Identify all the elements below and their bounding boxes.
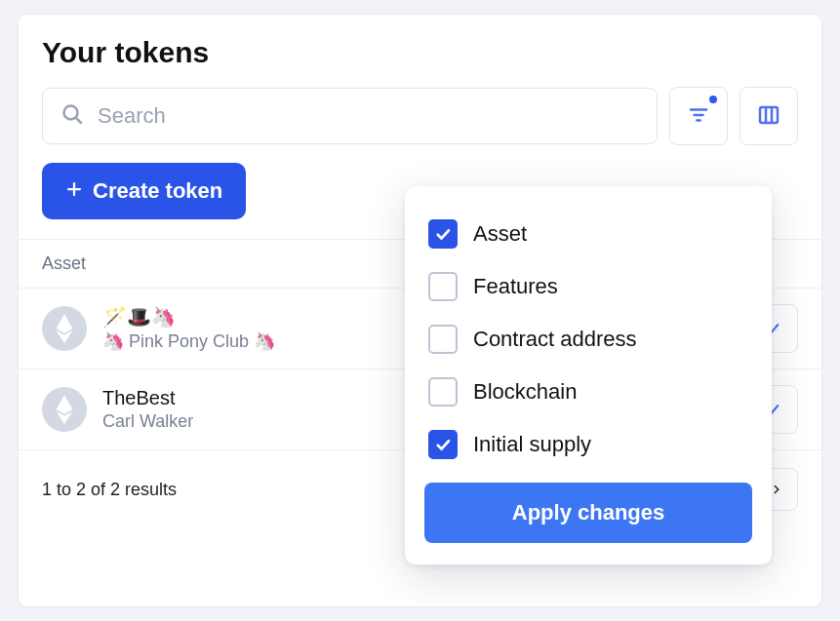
filter-icon [688,104,709,129]
search-input[interactable] [98,103,639,129]
checkbox-unchecked-icon [428,272,458,301]
columns-button[interactable] [740,87,798,145]
option-label: Contract address [473,327,637,352]
column-asset: Asset [42,253,86,273]
filter-button[interactable] [669,87,728,145]
option-label: Features [473,274,558,299]
apply-changes-button[interactable]: Apply changes [424,483,752,543]
ethereum-icon [42,306,87,351]
checkbox-unchecked-icon [428,377,458,407]
checkbox-unchecked-icon [428,325,458,354]
column-option-initial-supply[interactable]: Initial supply [424,418,752,471]
checkbox-checked-icon [428,430,458,459]
filter-active-dot [709,96,717,103]
option-label: Initial supply [473,432,591,457]
checkbox-checked-icon [428,219,458,249]
column-option-blockchain[interactable]: Blockchain [424,366,752,418]
results-text: 1 to 2 of 2 results [42,480,177,500]
option-label: Blockchain [473,379,577,405]
create-token-label: Create token [93,178,222,204]
create-token-button[interactable]: Create token [42,163,246,219]
column-option-asset[interactable]: Asset [424,208,752,260]
columns-icon [757,103,780,130]
svg-rect-5 [760,107,778,123]
tokens-card: Your tokens [18,14,822,607]
search-input-wrap[interactable] [42,88,658,144]
plus-icon [65,178,83,204]
column-option-features[interactable]: Features [424,260,752,313]
search-icon [60,102,84,130]
column-option-contract-address[interactable]: Contract address [424,313,752,366]
ethereum-icon [42,387,87,432]
toolbar [42,87,798,145]
option-label: Asset [473,221,527,247]
columns-dropdown: Asset Features Contract address Blockcha… [405,186,772,564]
svg-line-1 [76,118,81,123]
page-title: Your tokens [42,36,798,69]
